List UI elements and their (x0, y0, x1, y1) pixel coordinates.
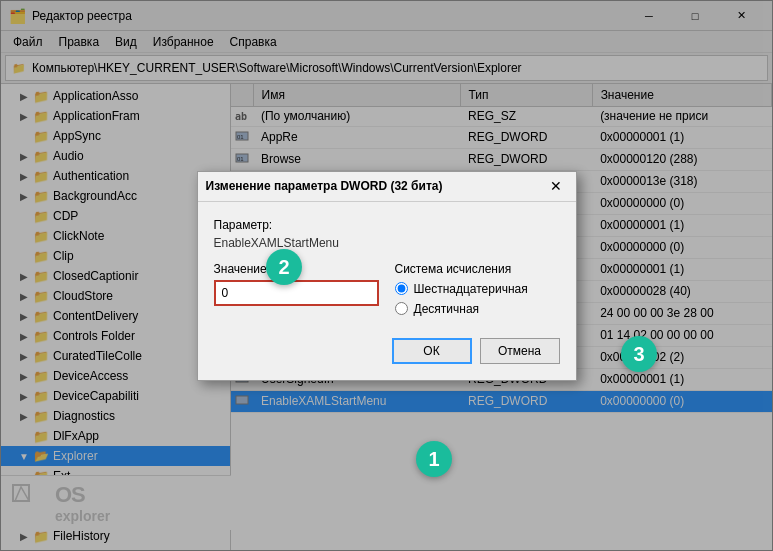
hex-radio-item[interactable]: Шестнадцатеричная (395, 282, 560, 296)
dec-radio[interactable] (395, 302, 408, 315)
step-1-label: 1 (428, 448, 439, 471)
modal-buttons: ОК Отмена (214, 338, 560, 364)
value-input[interactable] (214, 280, 379, 306)
ok-button[interactable]: ОК (392, 338, 472, 364)
step-3-label: 3 (633, 343, 644, 366)
step-2-circle: 2 (266, 249, 302, 285)
radix-label: Система исчисления (395, 262, 560, 276)
modal-body: Параметр: EnableXAMLStartMenu Значение: … (198, 202, 576, 380)
modal-dialog: Изменение параметра DWORD (32 бита) ✕ Па… (197, 171, 577, 381)
modal-close-button[interactable]: ✕ (544, 174, 568, 198)
hex-radio[interactable] (395, 282, 408, 295)
hex-label: Шестнадцатеричная (414, 282, 528, 296)
step-3-circle: 3 (621, 336, 657, 372)
modal-title-bar: Изменение параметра DWORD (32 бита) ✕ (198, 172, 576, 202)
cancel-button[interactable]: Отмена (480, 338, 560, 364)
modal-title: Изменение параметра DWORD (32 бита) (206, 179, 544, 193)
modal-overlay: Изменение параметра DWORD (32 бита) ✕ Па… (0, 0, 773, 551)
step-1-circle: 1 (416, 441, 452, 477)
radix-section: Система исчисления Шестнадцатеричная Дес… (395, 262, 560, 322)
param-label: Параметр: (214, 218, 560, 232)
dec-label: Десятичная (414, 302, 480, 316)
param-value: EnableXAMLStartMenu (214, 236, 560, 250)
dec-radio-item[interactable]: Десятичная (395, 302, 560, 316)
step-2-label: 2 (278, 256, 289, 279)
